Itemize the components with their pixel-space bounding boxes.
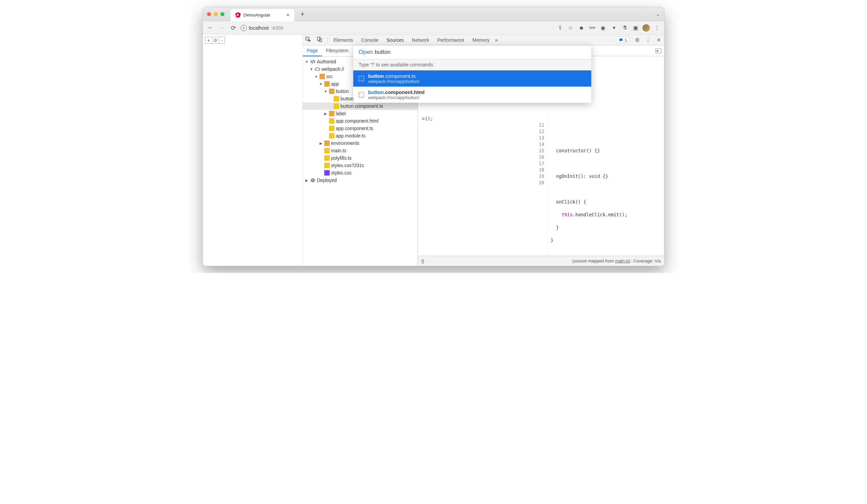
site-info-icon[interactable]: i bbox=[241, 25, 247, 31]
tree-app-ts[interactable]: app.component.ts bbox=[303, 125, 418, 132]
tab-console[interactable]: Console bbox=[360, 35, 379, 45]
format-code-icon[interactable]: {} bbox=[421, 259, 425, 263]
window-titlebar: DemoAngular × + ⌄ bbox=[203, 7, 664, 21]
tab-elements[interactable]: Elements bbox=[333, 35, 354, 45]
open-query: button bbox=[375, 49, 391, 56]
page-content: + 0 - bbox=[203, 35, 303, 266]
editor-footer: {} (source mapped from main.js) Coverage… bbox=[418, 256, 664, 266]
extensions-icon[interactable]: ✦ bbox=[610, 25, 618, 31]
line-gutter: >(); 11 12 13 14 15 16 17 18 19 20 bbox=[418, 115, 547, 256]
tab-performance[interactable]: Performance bbox=[437, 35, 465, 45]
sidebar-tab-filesystem[interactable]: Filesystem bbox=[322, 45, 353, 56]
folder-icon bbox=[329, 111, 334, 116]
browser-menu-icon[interactable]: ⋮ bbox=[653, 25, 661, 31]
open-file-result[interactable]: ▫ button.component.ts webpack:///src/app… bbox=[353, 70, 591, 87]
tabs-dropdown-icon[interactable]: ⌄ bbox=[656, 11, 660, 17]
minimize-window-icon[interactable] bbox=[214, 12, 218, 16]
tree-environments[interactable]: ▶environments bbox=[303, 140, 418, 147]
counter-control: + 0 - bbox=[205, 37, 225, 44]
url-host: localhost bbox=[249, 25, 269, 31]
panel-icon[interactable]: ▣ bbox=[632, 25, 639, 31]
browser-tab[interactable]: DemoAngular × bbox=[231, 9, 294, 21]
bookmark-icon[interactable]: ☆ bbox=[567, 25, 575, 31]
cloud-icon bbox=[315, 66, 320, 72]
tab-sources[interactable]: Sources bbox=[386, 35, 405, 45]
file-icon bbox=[324, 148, 330, 153]
folder-icon bbox=[324, 141, 330, 146]
labs-icon[interactable]: ⚗ bbox=[621, 25, 628, 31]
device-toolbar-icon[interactable] bbox=[316, 36, 323, 43]
settings-icon[interactable]: ⚙ bbox=[634, 37, 641, 43]
coverage-label: Coverage: n/a bbox=[633, 259, 661, 263]
file-icon bbox=[334, 103, 339, 109]
counter-value: 0 bbox=[212, 37, 219, 43]
tree-app-module[interactable]: app.module.ts bbox=[303, 132, 418, 140]
back-button[interactable]: ← bbox=[206, 24, 214, 31]
tree-app-html[interactable]: app.component.html bbox=[303, 117, 418, 125]
close-window-icon[interactable] bbox=[207, 12, 211, 16]
tree-deployed[interactable]: ▶Deployed bbox=[303, 176, 418, 184]
issues-count: 1 bbox=[625, 37, 627, 42]
folder-icon bbox=[320, 74, 325, 79]
close-tab-icon[interactable]: × bbox=[287, 12, 290, 18]
folder-icon bbox=[329, 89, 334, 94]
open-label: Open bbox=[358, 49, 373, 56]
tree-styles[interactable]: styles.css bbox=[303, 169, 418, 176]
box-icon bbox=[310, 177, 315, 183]
open-file-input[interactable]: Open button bbox=[353, 45, 591, 59]
devtools-tabs: Elements Console Sources Network Perform… bbox=[333, 35, 490, 45]
tree-label-folder[interactable]: ▶label bbox=[303, 110, 418, 117]
code-lines: constructor() {} ngOnInit(): void {} onC… bbox=[547, 115, 631, 256]
profile-avatar[interactable] bbox=[642, 24, 650, 32]
forward-button[interactable]: → bbox=[218, 24, 226, 31]
share-icon[interactable]: ⇪ bbox=[556, 25, 564, 31]
close-devtools-icon[interactable]: ✕ bbox=[655, 37, 662, 43]
url-field[interactable]: i localhost:4200 bbox=[241, 25, 283, 31]
code-editor[interactable]: >(); 11 12 13 14 15 16 17 18 19 20 const… bbox=[418, 115, 664, 256]
sidebar-tab-page[interactable]: Page bbox=[303, 45, 322, 56]
extension-skull-icon[interactable]: ☻ bbox=[578, 25, 585, 31]
traffic-lights bbox=[207, 12, 225, 16]
file-icon bbox=[324, 170, 330, 176]
increment-button[interactable]: + bbox=[205, 37, 212, 43]
tab-network[interactable]: Network bbox=[411, 35, 430, 45]
devtools-menu-icon[interactable]: ⋮ bbox=[644, 37, 651, 43]
reload-button[interactable]: ⟳ bbox=[229, 24, 237, 32]
extension-glasses-icon[interactable]: 👓 bbox=[589, 25, 596, 31]
more-tabs-icon[interactable]: » bbox=[495, 37, 498, 43]
file-icon bbox=[329, 126, 334, 131]
open-file-hint: Type '?' to see available commands bbox=[353, 59, 591, 70]
tab-memory[interactable]: Memory bbox=[472, 35, 491, 45]
devtools-toolbar: Elements Console Sources Network Perform… bbox=[303, 35, 664, 45]
source-mapped-label: (source mapped from main.js) bbox=[572, 259, 631, 263]
collapse-sidebar-icon[interactable] bbox=[655, 48, 661, 53]
maximize-window-icon[interactable] bbox=[221, 12, 225, 16]
address-bar: ← → ⟳ i localhost:4200 ⇪ ☆ ☻ 👓 ◉ ✦ ⚗ ▣ ⋮ bbox=[203, 21, 664, 35]
tree-main-ts[interactable]: main.ts bbox=[303, 147, 418, 154]
tree-styles-q[interactable]: styles.css?231c bbox=[303, 162, 418, 169]
open-file-dialog: Open button Type '?' to see available co… bbox=[353, 45, 591, 103]
file-icon bbox=[329, 133, 334, 139]
file-icon bbox=[334, 96, 339, 101]
source-map-link[interactable]: main.js bbox=[615, 259, 629, 263]
extension-globe-icon[interactable]: ◉ bbox=[599, 25, 607, 31]
code-icon bbox=[310, 59, 315, 64]
decrement-button[interactable]: - bbox=[219, 37, 225, 43]
tree-polyfills[interactable]: polyfills.ts bbox=[303, 154, 418, 162]
tab-title: DemoAngular bbox=[243, 12, 270, 18]
devtools-panel: Elements Console Sources Network Perform… bbox=[303, 35, 664, 266]
issues-button[interactable]: 1 bbox=[616, 36, 630, 43]
script-file-icon: ▫ bbox=[358, 76, 364, 81]
url-port: :4200 bbox=[271, 25, 283, 31]
file-icon bbox=[324, 163, 330, 168]
folder-icon bbox=[324, 81, 330, 87]
file-icon bbox=[324, 155, 330, 161]
tree-button-ts[interactable]: button.component.ts bbox=[303, 102, 418, 110]
html-file-icon: ▫ bbox=[358, 92, 364, 97]
open-file-result[interactable]: ▫ button.component.html webpack:///src/a… bbox=[353, 87, 591, 103]
inspect-element-icon[interactable] bbox=[305, 36, 311, 43]
file-icon bbox=[329, 118, 334, 124]
new-tab-button[interactable]: + bbox=[300, 10, 305, 19]
angular-icon bbox=[235, 12, 241, 18]
